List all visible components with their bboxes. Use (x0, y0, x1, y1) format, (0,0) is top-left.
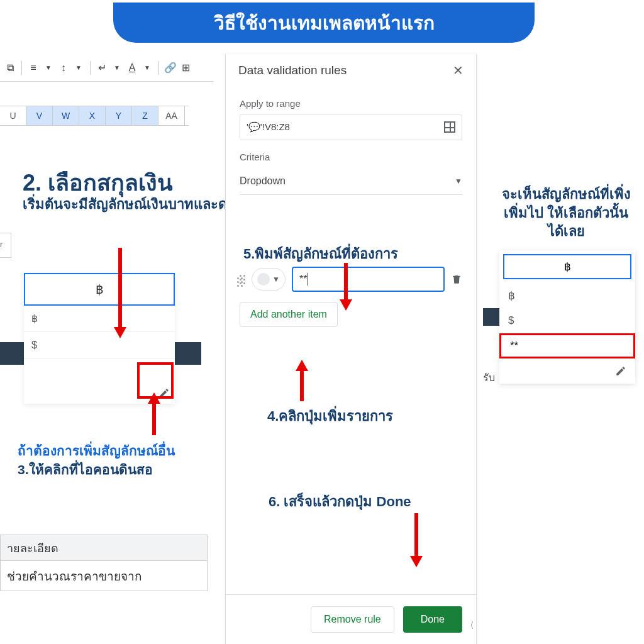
chevron-down-icon: ▼ (455, 177, 462, 186)
annotation-step5: 5.พิมพ์สัญลักษณ์ที่ต้องการ (243, 243, 398, 265)
col-w[interactable]: W (53, 106, 79, 125)
fragment-label: รับ (483, 370, 495, 386)
link-icon[interactable]: 🔗 (164, 62, 177, 74)
chevron-down-icon[interactable]: ▼ (72, 62, 85, 74)
result-opt-dollar[interactable]: $ (499, 308, 635, 333)
result-pencil-icon[interactable] (499, 358, 635, 384)
arrow-head-step2 (114, 327, 126, 338)
table-header: ายละเอียด (0, 535, 208, 561)
close-icon[interactable]: ✕ (453, 63, 464, 78)
col-y[interactable]: Y (106, 106, 132, 125)
item-color-picker[interactable]: ▼ (252, 268, 286, 291)
trash-icon[interactable] (451, 273, 462, 286)
column-headers: U V W X Y Z AA (0, 106, 189, 126)
col-aa[interactable]: AA (158, 106, 185, 125)
table-cell: ช่วยคำนวณราคาขายจาก (0, 561, 208, 591)
criteria-value: Dropdown (240, 175, 286, 187)
col-v[interactable]: V (26, 106, 53, 125)
insert-icon[interactable]: ⊞ (179, 62, 192, 74)
annotation-step4: 4.คลิกปุ่มเพิ่มรายการ (267, 405, 393, 427)
arrow-head-step5 (340, 299, 352, 311)
col-u[interactable]: U (0, 106, 26, 125)
chevron-down-icon[interactable]: ▼ (141, 62, 153, 74)
align-icon[interactable]: ≡ (27, 62, 40, 74)
step2-subtitle: เริ่มต้นจะมีสัญลักษณ์เงินบาทและดอลล่า (23, 195, 259, 214)
data-validation-panel: Data validation rules ✕ Apply to range '… (225, 54, 477, 644)
range-value: '💬'!V8:Z8 (247, 121, 290, 133)
dark-row-left (0, 342, 24, 365)
arrow-step3 (152, 402, 156, 435)
result-selected[interactable]: ฿ (503, 254, 631, 279)
add-another-item-button[interactable]: Add another item (240, 302, 338, 327)
scroll-left-icon[interactable]: 〈 (465, 620, 474, 631)
dark-row-right (175, 342, 201, 365)
dark-row-right2 (483, 308, 499, 326)
arrow-head-step3 (148, 392, 160, 404)
annotation-step3b: 3.ให้คลิกที่ไอคอนดินสอ (18, 459, 153, 480)
done-button[interactable]: Done (403, 606, 462, 633)
drag-handle-icon[interactable] (237, 270, 243, 287)
arrow-step5 (344, 263, 348, 301)
range-input[interactable]: '💬'!V8:Z8 (240, 114, 462, 140)
apply-range-label: Apply to range (226, 87, 476, 114)
dropdown-option-dollar[interactable]: $ (24, 332, 175, 358)
arrow-step6 (414, 513, 418, 557)
col-x[interactable]: X (79, 106, 106, 125)
result-dropdown[interactable]: ฿ ฿ $ ** (499, 250, 635, 384)
tutorial-banner: วิธีใช้งานเทมเพลตหน้าแรก (113, 3, 535, 43)
cell-fragment: r (0, 233, 11, 258)
result-opt-baht[interactable]: ฿ (499, 283, 635, 308)
criteria-select[interactable]: Dropdown ▼ (240, 167, 462, 195)
remove-rule-button[interactable]: Remove rule (311, 606, 394, 633)
annotation-result: จะเห็นสัญลักษณ์ที่เพิ่งเพิ่มไป ให้เลือกต… (497, 185, 635, 241)
arrow-step2 (118, 248, 122, 328)
chevron-down-icon[interactable]: ▼ (42, 62, 55, 74)
chevron-down-icon[interactable]: ▼ (111, 62, 123, 74)
arrow-step4 (300, 370, 304, 401)
arrow-head-step6 (410, 556, 423, 567)
valign-icon[interactable]: ↕ (57, 62, 70, 74)
rotate-icon[interactable]: A (126, 62, 138, 74)
result-opt-new[interactable]: ** (499, 333, 635, 358)
bottom-table-fragment: ายละเอียด ช่วยคำนวณราคาขายจาก (0, 535, 208, 591)
panel-title: Data validation rules (238, 64, 347, 77)
merge-icon[interactable]: ⧉ (4, 62, 16, 74)
sheets-toolbar-fragment: ⧉ ≡▼ ↕▼ ↵▼ A▼ 🔗 ⊞ (0, 54, 214, 82)
arrow-head-step4 (296, 360, 308, 371)
item-value-input[interactable]: ** (292, 267, 445, 292)
annotation-step6: 6. เสร็จแล้วกดปุ่ม Done (269, 491, 411, 513)
select-range-icon[interactable] (444, 121, 455, 133)
annotation-step3a: ถ้าต้องการเพิ่มสัญลักษณ์อื่น (18, 440, 175, 461)
dropdown-option-baht[interactable]: ฿ (24, 306, 175, 332)
criteria-label: Criteria (226, 140, 476, 167)
dropdown-selected[interactable]: ฿ (24, 273, 175, 306)
wrap-icon[interactable]: ↵ (96, 62, 108, 74)
col-z[interactable]: Z (132, 106, 158, 125)
